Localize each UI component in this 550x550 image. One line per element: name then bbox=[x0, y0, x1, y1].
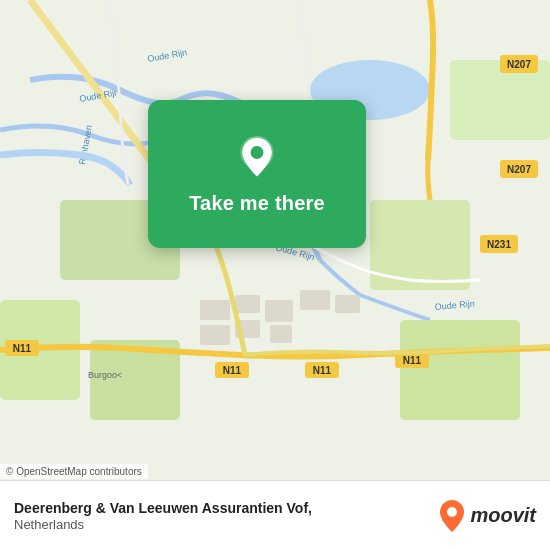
svg-text:Burgoo<: Burgoo< bbox=[88, 370, 122, 380]
location-title: Deerenberg & Van Leeuwen Assurantien Vof… bbox=[14, 499, 438, 517]
svg-point-38 bbox=[251, 146, 264, 159]
svg-text:N207: N207 bbox=[507, 164, 531, 175]
svg-text:N11: N11 bbox=[403, 355, 422, 366]
svg-rect-13 bbox=[200, 325, 230, 345]
copyright-text: © OpenStreetMap contributors bbox=[0, 464, 148, 479]
moovit-logo: moovit bbox=[438, 499, 536, 533]
svg-rect-12 bbox=[335, 295, 360, 313]
svg-text:N231: N231 bbox=[487, 239, 511, 250]
moovit-pin-icon bbox=[438, 499, 466, 533]
svg-rect-15 bbox=[270, 325, 292, 343]
map-container: N207 N207 N231 N11 N11 N11 N11 Oude Rijn… bbox=[0, 0, 550, 480]
take-me-card[interactable]: Take me there bbox=[148, 100, 366, 248]
svg-rect-9 bbox=[235, 295, 260, 313]
location-info: Deerenberg & Van Leeuwen Assurantien Vof… bbox=[14, 499, 438, 532]
svg-rect-11 bbox=[300, 290, 330, 310]
svg-text:N11: N11 bbox=[13, 343, 32, 354]
svg-text:N11: N11 bbox=[313, 365, 332, 376]
svg-text:N11: N11 bbox=[223, 365, 242, 376]
svg-rect-4 bbox=[400, 320, 520, 420]
bottom-bar: Deerenberg & Van Leeuwen Assurantien Vof… bbox=[0, 480, 550, 550]
location-subtitle: Netherlands bbox=[14, 517, 438, 532]
take-me-label: Take me there bbox=[189, 192, 325, 215]
svg-rect-8 bbox=[200, 300, 230, 320]
location-pin-icon bbox=[233, 134, 281, 182]
svg-rect-10 bbox=[265, 300, 293, 322]
svg-text:N207: N207 bbox=[507, 59, 531, 70]
moovit-text: moovit bbox=[470, 504, 536, 527]
svg-point-39 bbox=[447, 507, 457, 517]
